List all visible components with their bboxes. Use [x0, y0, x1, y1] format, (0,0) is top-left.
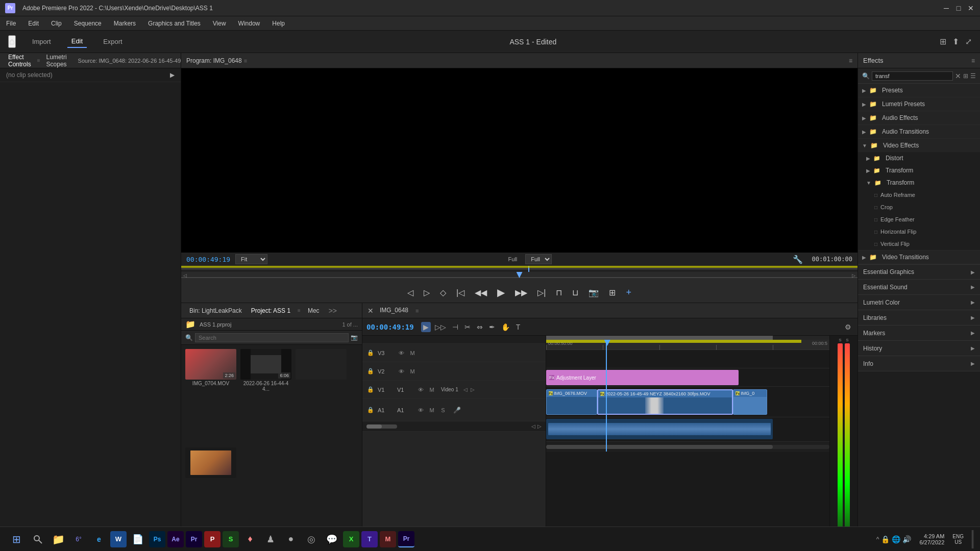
track-v2-visibility[interactable]: 👁 [397, 367, 405, 375]
track-a1-mute[interactable]: M [428, 406, 436, 414]
adjustment-layer-clip[interactable]: Fx Adjustment Layer [546, 370, 739, 385]
menu-file[interactable]: File [4, 19, 18, 28]
section-history[interactable]: History ▶ [858, 341, 980, 356]
list-item[interactable] [296, 349, 347, 443]
quality-dropdown[interactable]: Full 1/2 1/4 [525, 254, 552, 264]
effect-item-edge-feather[interactable]: □ Edge Feather [858, 213, 980, 226]
razor-tool[interactable]: ✂ [462, 322, 473, 332]
tray-volume-icon[interactable]: 🔊 [902, 535, 911, 543]
hand-tool[interactable]: ✋ [499, 322, 512, 332]
track-v2-lock[interactable]: 🔒 [366, 367, 375, 375]
add-button[interactable]: + [623, 285, 634, 300]
go-to-out-button[interactable]: ▷| [534, 286, 549, 299]
taskbar-ae[interactable]: Ae [167, 531, 184, 547]
section-essential-sound[interactable]: Essential Sound ▶ [858, 280, 980, 295]
step-back-button[interactable]: ◀◀ [472, 286, 490, 299]
go-to-in-button[interactable]: |◁ [453, 286, 468, 299]
effect-subgroup-transform-expanded-header[interactable]: ▼ 📁 Transform [858, 177, 980, 189]
track-v3-lock[interactable]: 🔒 [366, 349, 375, 357]
taskbar-app1[interactable]: S [223, 531, 239, 547]
scroll-track[interactable] [546, 445, 829, 449]
taskbar-powerpoint[interactable]: P [204, 531, 220, 547]
effect-item-horizontal-flip[interactable]: □ Horizontal Flip [858, 226, 980, 238]
effect-group-lumetri-presets-header[interactable]: ▶ 📁 Lumetri Presets [858, 97, 980, 111]
nav-btn-1[interactable]: ⊞ [940, 37, 946, 46]
taskbar-premiere[interactable]: Pr [186, 531, 202, 547]
nav-btn-3[interactable]: ⤢ [965, 37, 972, 46]
taskbar-search[interactable] [29, 530, 47, 548]
effect-group-video-transitions-header[interactable]: ▶ 📁 Video Transitions [858, 251, 980, 264]
type-tool[interactable]: T [514, 322, 523, 332]
section-info[interactable]: Info ▶ [858, 356, 980, 371]
taskbar-word[interactable]: W [110, 531, 127, 547]
clock-display[interactable]: 4:29 AM 6/27/2022 [919, 533, 944, 545]
scroll-thumb[interactable] [546, 445, 773, 449]
bin-tab[interactable]: Bin: LightLeakPack [186, 306, 245, 315]
timeline-menu-icon[interactable]: ≡ [415, 308, 419, 314]
play-button[interactable]: ▶ [494, 284, 508, 300]
taskbar-app3[interactable]: ● [282, 530, 300, 548]
v1-clip-2[interactable]: Fx 2022-05-26 16-45-49 NEYZ 3840x2160 30… [597, 389, 733, 415]
taskbar-steam[interactable]: ♟ [261, 530, 280, 548]
taskbar-app2[interactable]: ♦ [241, 530, 259, 548]
menu-sequence[interactable]: Sequence [72, 19, 104, 28]
menu-view[interactable]: View [211, 19, 228, 28]
monitor-menu[interactable]: ≡ [849, 57, 852, 64]
step-forward-button[interactable]: ▶▶ [512, 286, 530, 299]
track-v1-expand-right[interactable]: ▷ [471, 387, 475, 392]
project-search-input[interactable] [195, 333, 349, 342]
track-v3-mute[interactable]: M [408, 349, 416, 357]
mark-out-button[interactable]: ▷ [421, 286, 433, 299]
audio-clip-1[interactable] [546, 419, 773, 439]
taskbar-files[interactable]: 📄 [129, 530, 147, 548]
extract-button[interactable]: ⊔ [569, 286, 581, 299]
section-lumetri-color[interactable]: Lumetri Color ▶ [858, 295, 980, 310]
nav-edit[interactable]: Edit [67, 35, 87, 48]
show-desktop-button[interactable] [972, 530, 974, 548]
menu-edit[interactable]: Edit [26, 19, 41, 28]
track-a1-visibility[interactable]: 👁 [416, 406, 425, 414]
nav-export[interactable]: Export [99, 36, 127, 47]
menu-help[interactable]: Help [270, 19, 287, 28]
taskbar-app-m[interactable]: M [380, 531, 396, 547]
h-scroll-track[interactable] [366, 424, 397, 429]
settings-icon[interactable]: ⚙ [843, 322, 853, 332]
menu-graphics[interactable]: Graphics and Titles [146, 19, 203, 28]
project-tab[interactable]: Project: ASS 1 [248, 306, 293, 315]
track-v3-visibility[interactable]: 👁 [397, 349, 405, 357]
taskbar-temp[interactable]: 6° [69, 530, 88, 548]
taskbar-premiere-active[interactable]: Pr [398, 531, 414, 547]
effect-item-auto-reframe[interactable]: □ Auto Reframe [858, 189, 980, 201]
effect-group-video-effects-header[interactable]: ▼ 📁 Video Effects [858, 139, 980, 152]
project-overflow[interactable]: >> [329, 307, 337, 315]
camera-icon[interactable]: 📷 [351, 334, 358, 341]
taskbar-teams[interactable]: T [361, 531, 378, 547]
section-essential-graphics[interactable]: Essential Graphics ▶ [858, 264, 980, 280]
tray-network-icon[interactable]: 🌐 [892, 535, 900, 543]
wrench-icon[interactable]: 🔧 [793, 255, 803, 264]
selection-tool[interactable]: ▶ [421, 322, 431, 332]
fit-dropdown[interactable]: Fit 25% 50% 100% [235, 254, 267, 264]
track-v2-mute[interactable]: M [408, 367, 416, 375]
effect-group-audio-transitions-header[interactable]: ▶ 📁 Audio Transitions [858, 125, 980, 138]
taskbar-photoshop[interactable]: Ps [149, 531, 165, 547]
menu-clip[interactable]: Clip [49, 19, 64, 28]
close-button[interactable]: ✕ [967, 4, 975, 12]
list-item[interactable] [185, 447, 236, 531]
slip-tool[interactable]: ⇔ [475, 322, 485, 332]
track-v1-expand-left[interactable]: ◁ [463, 387, 468, 392]
timeline-tab-name[interactable]: IMG_0648 [378, 303, 410, 318]
ripple-edit-tool[interactable]: ⊣ [450, 322, 460, 332]
effect-group-audio-effects-header[interactable]: ▶ 📁 Audio Effects [858, 111, 980, 124]
maximize-button[interactable]: □ [954, 4, 963, 12]
timeline-close[interactable]: ✕ [368, 307, 374, 315]
folder-icon[interactable]: 📁 [185, 319, 195, 329]
nav-import[interactable]: Import [28, 36, 55, 47]
mark-in-button[interactable]: ◁ [404, 286, 416, 299]
taskbar-chrome[interactable]: ◎ [302, 530, 321, 548]
settings-button[interactable]: ⊞ [606, 286, 619, 299]
effects-search-clear[interactable]: ✕ [955, 72, 961, 80]
pen-tool[interactable]: ✒ [487, 322, 497, 332]
effect-group-presets-header[interactable]: ▶ 📁 Presets [858, 84, 980, 97]
start-button[interactable]: ⊞ [6, 529, 27, 549]
